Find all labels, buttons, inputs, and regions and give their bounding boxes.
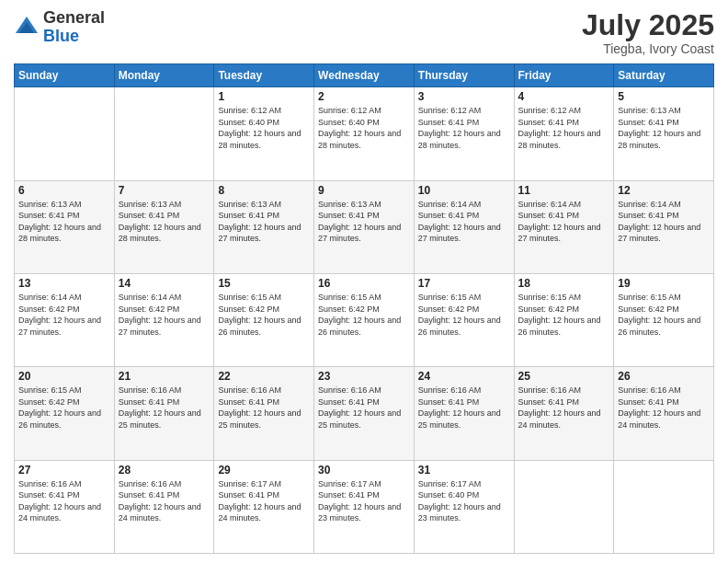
day-info: Sunrise: 6:15 AMSunset: 6:42 PMDaylight:…	[218, 292, 310, 338]
table-row: 20Sunrise: 6:15 AMSunset: 6:42 PMDayligh…	[15, 367, 115, 460]
day-number: 2	[318, 90, 410, 103]
day-info: Sunrise: 6:16 AMSunset: 6:41 PMDaylight:…	[318, 385, 410, 431]
day-number: 6	[18, 184, 110, 197]
table-row: 10Sunrise: 6:14 AMSunset: 6:41 PMDayligh…	[414, 180, 514, 273]
page: General Blue July 2025 Tiegba, Ivory Coa…	[0, 0, 728, 563]
table-row: 3Sunrise: 6:12 AMSunset: 6:41 PMDaylight…	[414, 87, 514, 180]
day-number: 15	[218, 277, 310, 290]
table-row: 5Sunrise: 6:13 AMSunset: 6:41 PMDaylight…	[614, 87, 714, 180]
day-number: 21	[119, 370, 210, 383]
calendar-week-row: 13Sunrise: 6:14 AMSunset: 6:42 PMDayligh…	[15, 273, 714, 366]
day-info: Sunrise: 6:14 AMSunset: 6:42 PMDaylight:…	[18, 292, 110, 338]
logo-text: General Blue	[43, 9, 105, 46]
month-title: July 2025	[582, 9, 714, 41]
col-tuesday: Tuesday	[214, 64, 314, 87]
location: Tiegba, Ivory Coast	[582, 41, 714, 56]
day-info: Sunrise: 6:15 AMSunset: 6:42 PMDaylight:…	[518, 292, 610, 338]
day-info: Sunrise: 6:15 AMSunset: 6:42 PMDaylight:…	[618, 292, 710, 338]
day-info: Sunrise: 6:17 AMSunset: 6:41 PMDaylight:…	[318, 478, 410, 524]
table-row: 21Sunrise: 6:16 AMSunset: 6:41 PMDayligh…	[114, 367, 214, 460]
day-info: Sunrise: 6:13 AMSunset: 6:41 PMDaylight:…	[119, 199, 210, 245]
calendar-week-row: 20Sunrise: 6:15 AMSunset: 6:42 PMDayligh…	[15, 367, 714, 460]
day-number: 7	[119, 184, 210, 197]
table-row: 30Sunrise: 6:17 AMSunset: 6:41 PMDayligh…	[314, 460, 415, 553]
day-info: Sunrise: 6:15 AMSunset: 6:42 PMDaylight:…	[418, 292, 510, 338]
day-info: Sunrise: 6:13 AMSunset: 6:41 PMDaylight:…	[318, 199, 410, 245]
day-number: 1	[218, 90, 310, 103]
table-row: 15Sunrise: 6:15 AMSunset: 6:42 PMDayligh…	[214, 273, 314, 366]
calendar-week-row: 6Sunrise: 6:13 AMSunset: 6:41 PMDaylight…	[15, 180, 714, 273]
table-row: 8Sunrise: 6:13 AMSunset: 6:41 PMDaylight…	[214, 180, 314, 273]
day-info: Sunrise: 6:14 AMSunset: 6:41 PMDaylight:…	[418, 199, 510, 245]
table-row: 11Sunrise: 6:14 AMSunset: 6:41 PMDayligh…	[514, 180, 614, 273]
day-number: 3	[418, 90, 510, 103]
day-number: 9	[318, 184, 410, 197]
day-number: 19	[618, 277, 710, 290]
day-info: Sunrise: 6:13 AMSunset: 6:41 PMDaylight:…	[618, 105, 710, 151]
day-number: 27	[18, 464, 110, 477]
day-number: 28	[119, 464, 210, 477]
day-info: Sunrise: 6:14 AMSunset: 6:41 PMDaylight:…	[518, 199, 610, 245]
day-info: Sunrise: 6:16 AMSunset: 6:41 PMDaylight:…	[119, 478, 210, 524]
day-number: 14	[119, 277, 210, 290]
table-row: 6Sunrise: 6:13 AMSunset: 6:41 PMDaylight…	[15, 180, 115, 273]
day-info: Sunrise: 6:16 AMSunset: 6:41 PMDaylight:…	[418, 385, 510, 431]
table-row: 28Sunrise: 6:16 AMSunset: 6:41 PMDayligh…	[114, 460, 214, 553]
day-info: Sunrise: 6:12 AMSunset: 6:40 PMDaylight:…	[318, 105, 410, 151]
table-row: 16Sunrise: 6:15 AMSunset: 6:42 PMDayligh…	[314, 273, 415, 366]
logo-icon	[14, 15, 40, 40]
table-row: 24Sunrise: 6:16 AMSunset: 6:41 PMDayligh…	[414, 367, 514, 460]
day-info: Sunrise: 6:16 AMSunset: 6:41 PMDaylight:…	[18, 478, 110, 524]
day-number: 25	[518, 370, 610, 383]
calendar-header-row: Sunday Monday Tuesday Wednesday Thursday…	[15, 64, 714, 87]
table-row: 31Sunrise: 6:17 AMSunset: 6:40 PMDayligh…	[414, 460, 514, 553]
calendar-week-row: 1Sunrise: 6:12 AMSunset: 6:40 PMDaylight…	[15, 87, 714, 180]
day-number: 18	[518, 277, 610, 290]
table-row: 9Sunrise: 6:13 AMSunset: 6:41 PMDaylight…	[314, 180, 415, 273]
table-row: 7Sunrise: 6:13 AMSunset: 6:41 PMDaylight…	[114, 180, 214, 273]
logo-general: General	[43, 8, 105, 27]
table-row: 23Sunrise: 6:16 AMSunset: 6:41 PMDayligh…	[314, 367, 415, 460]
table-row: 13Sunrise: 6:14 AMSunset: 6:42 PMDayligh…	[15, 273, 115, 366]
day-info: Sunrise: 6:12 AMSunset: 6:41 PMDaylight:…	[418, 105, 510, 151]
calendar-table: Sunday Monday Tuesday Wednesday Thursday…	[14, 63, 714, 554]
day-number: 8	[218, 184, 310, 197]
day-number: 11	[518, 184, 610, 197]
day-number: 26	[618, 370, 710, 383]
calendar-week-row: 27Sunrise: 6:16 AMSunset: 6:41 PMDayligh…	[15, 460, 714, 553]
day-info: Sunrise: 6:17 AMSunset: 6:41 PMDaylight:…	[218, 478, 310, 524]
table-row: 26Sunrise: 6:16 AMSunset: 6:41 PMDayligh…	[614, 367, 714, 460]
table-row: 27Sunrise: 6:16 AMSunset: 6:41 PMDayligh…	[15, 460, 115, 553]
table-row: 4Sunrise: 6:12 AMSunset: 6:41 PMDaylight…	[514, 87, 614, 180]
table-row: 19Sunrise: 6:15 AMSunset: 6:42 PMDayligh…	[614, 273, 714, 366]
day-info: Sunrise: 6:13 AMSunset: 6:41 PMDaylight:…	[218, 199, 310, 245]
day-number: 29	[218, 464, 310, 477]
table-row: 12Sunrise: 6:14 AMSunset: 6:41 PMDayligh…	[614, 180, 714, 273]
table-row: 2Sunrise: 6:12 AMSunset: 6:40 PMDaylight…	[314, 87, 415, 180]
day-info: Sunrise: 6:17 AMSunset: 6:40 PMDaylight:…	[418, 478, 510, 524]
day-info: Sunrise: 6:13 AMSunset: 6:41 PMDaylight:…	[18, 199, 110, 245]
day-info: Sunrise: 6:16 AMSunset: 6:41 PMDaylight:…	[518, 385, 610, 431]
table-row	[15, 87, 115, 180]
day-number: 13	[18, 277, 110, 290]
day-number: 16	[318, 277, 410, 290]
day-number: 4	[518, 90, 610, 103]
day-info: Sunrise: 6:16 AMSunset: 6:41 PMDaylight:…	[218, 385, 310, 431]
day-info: Sunrise: 6:12 AMSunset: 6:41 PMDaylight:…	[518, 105, 610, 151]
col-wednesday: Wednesday	[314, 64, 415, 87]
day-info: Sunrise: 6:15 AMSunset: 6:42 PMDaylight:…	[18, 385, 110, 431]
day-number: 22	[218, 370, 310, 383]
day-number: 5	[618, 90, 710, 103]
col-friday: Friday	[514, 64, 614, 87]
day-info: Sunrise: 6:16 AMSunset: 6:41 PMDaylight:…	[618, 385, 710, 431]
table-row: 1Sunrise: 6:12 AMSunset: 6:40 PMDaylight…	[214, 87, 314, 180]
table-row: 17Sunrise: 6:15 AMSunset: 6:42 PMDayligh…	[414, 273, 514, 366]
day-number: 12	[618, 184, 710, 197]
day-info: Sunrise: 6:16 AMSunset: 6:41 PMDaylight:…	[119, 385, 210, 431]
day-info: Sunrise: 6:15 AMSunset: 6:42 PMDaylight:…	[318, 292, 410, 338]
col-sunday: Sunday	[15, 64, 115, 87]
logo-blue: Blue	[43, 27, 79, 45]
table-row	[614, 460, 714, 553]
day-number: 23	[318, 370, 410, 383]
logo: General Blue	[14, 9, 105, 46]
